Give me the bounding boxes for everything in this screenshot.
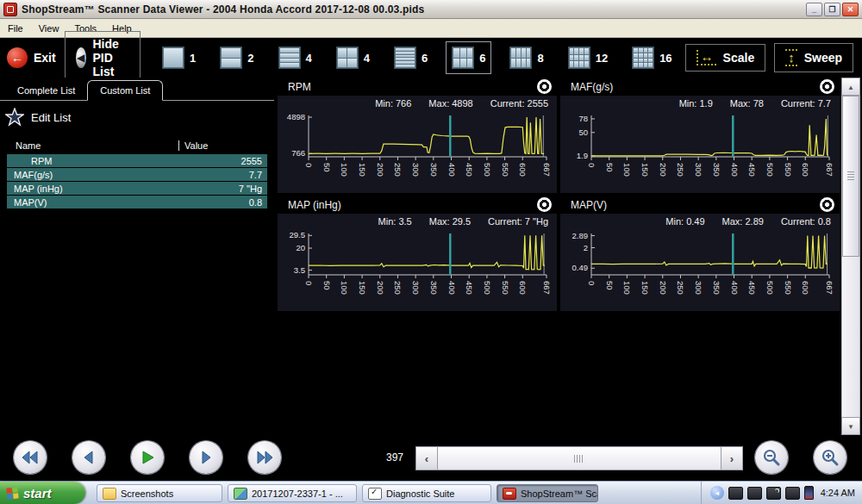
layout-button-16-4x4[interactable]: 16 bbox=[626, 41, 678, 74]
record-toggle-icon[interactable] bbox=[820, 197, 834, 212]
scroll-track[interactable] bbox=[841, 96, 860, 417]
chart-canvas[interactable]: 4898766050100150200250300350400450500550… bbox=[278, 112, 557, 193]
star-icon bbox=[5, 108, 24, 127]
svg-text:4898: 4898 bbox=[287, 112, 305, 121]
layout-button-4-2x2[interactable]: 4 bbox=[330, 41, 376, 74]
svg-text:500: 500 bbox=[483, 281, 492, 295]
zoom-in-button[interactable] bbox=[814, 441, 846, 474]
chart-title: MAP(V) bbox=[571, 199, 607, 211]
layout-button-6-6x1[interactable]: 6 bbox=[388, 41, 434, 74]
chart-stats: Min: 1.9 Max: 78 Current: 7.7 bbox=[560, 96, 840, 109]
layout-button-6-2x3[interactable]: 6 bbox=[446, 41, 491, 74]
svg-text:400: 400 bbox=[730, 281, 740, 295]
chart-title: MAP (inHg) bbox=[288, 199, 341, 211]
layout-button-8-2x4[interactable]: 8 bbox=[503, 41, 549, 74]
svg-text:300: 300 bbox=[694, 281, 703, 295]
svg-text:0.49: 0.49 bbox=[572, 263, 589, 272]
pid-name: RPM bbox=[12, 156, 52, 166]
pid-tab-bar: Complete ListCustom List bbox=[0, 78, 274, 101]
grid-layout-icon bbox=[632, 47, 654, 69]
svg-text:2: 2 bbox=[584, 243, 588, 252]
hide-tray-icons-button[interactable]: ◂ bbox=[710, 486, 724, 500]
layout-button-label: 4 bbox=[306, 52, 312, 65]
svg-text:450: 450 bbox=[465, 163, 474, 177]
svg-text:200: 200 bbox=[659, 163, 668, 177]
step-forward-icon bbox=[197, 449, 215, 466]
chart-min: Min: 766 bbox=[375, 98, 411, 109]
taskbar-button-shopstream-scann[interactable]: ShopStream™ Scann... bbox=[497, 484, 598, 502]
sweep-button[interactable]: ↕ Sweep bbox=[774, 43, 853, 72]
scale-button[interactable]: ↔ Scale bbox=[685, 44, 766, 72]
play-icon bbox=[139, 449, 156, 466]
close-button[interactable]: ✕ bbox=[842, 3, 859, 16]
tab-complete-list[interactable]: Complete List bbox=[5, 81, 87, 100]
edit-list-button[interactable]: Edit List bbox=[0, 101, 274, 134]
menu-item-file[interactable]: File bbox=[0, 21, 31, 36]
screen: ShopStream™ Scanner Data Viewer - 2004 H… bbox=[0, 0, 862, 504]
chart-vertical-scrollbar[interactable]: ▴ ▾ bbox=[841, 78, 860, 435]
exit-button[interactable]: ← Exit bbox=[0, 47, 65, 68]
play-button[interactable] bbox=[131, 441, 164, 474]
skip-to-end-button[interactable] bbox=[248, 441, 281, 474]
chart-canvas[interactable]: 2.8920.490501001502002503003504004505005… bbox=[560, 230, 840, 311]
back-arrow-icon: ◀ bbox=[76, 47, 86, 68]
timeline-left-button[interactable]: ‹ bbox=[415, 446, 438, 470]
input-icon[interactable] bbox=[785, 487, 800, 500]
column-name: Name bbox=[7, 140, 41, 151]
zoom-out-button[interactable] bbox=[755, 441, 788, 474]
timeline-thumb[interactable] bbox=[438, 446, 721, 470]
taskbar-button-screenshots[interactable]: Screenshots bbox=[97, 484, 222, 502]
svg-text:667: 667 bbox=[825, 163, 834, 177]
svg-text:250: 250 bbox=[676, 281, 685, 295]
grid-layout-icon bbox=[452, 47, 474, 69]
step-back-button[interactable] bbox=[72, 441, 105, 474]
svg-text:100: 100 bbox=[340, 163, 349, 177]
battery-icon[interactable] bbox=[804, 486, 814, 500]
scroll-down-button[interactable]: ▾ bbox=[841, 417, 860, 435]
svg-text:2.89: 2.89 bbox=[572, 231, 589, 240]
layout-button-2-2x1[interactable]: 2 bbox=[214, 41, 259, 74]
layout-button-4-4x1[interactable]: 4 bbox=[272, 41, 318, 74]
svg-text:50: 50 bbox=[605, 163, 615, 172]
menu-item-view[interactable]: View bbox=[31, 21, 67, 36]
pid-row-maf-g-s-[interactable]: MAF(g/s)7.7 bbox=[7, 168, 267, 181]
taskbar-button-diagnostic-suite[interactable]: Diagnostic Suite bbox=[362, 484, 491, 502]
network-icon[interactable] bbox=[766, 487, 781, 500]
layout-button-12-3x4[interactable]: 12 bbox=[562, 41, 614, 74]
grid-layout-icon bbox=[162, 47, 184, 69]
layout-button-1-1x1[interactable]: 1 bbox=[156, 41, 202, 74]
step-forward-button[interactable] bbox=[190, 441, 222, 474]
timeline-scrollbar[interactable]: ‹ › bbox=[415, 446, 743, 470]
svg-text:200: 200 bbox=[659, 281, 668, 295]
hide-pid-list-button[interactable]: ◀ Hide PID List bbox=[65, 31, 141, 84]
start-button[interactable]: start bbox=[0, 482, 85, 504]
restore-button[interactable]: ❐ bbox=[824, 3, 840, 16]
svg-text:1.9: 1.9 bbox=[577, 151, 588, 160]
record-toggle-icon[interactable] bbox=[537, 197, 552, 212]
chart-canvas[interactable]: 29.5203.50501001502002503003504004505005… bbox=[278, 230, 557, 311]
pid-row-map-v-[interactable]: MAP(V)0.8 bbox=[7, 196, 267, 208]
scroll-up-button[interactable]: ▴ bbox=[841, 78, 860, 96]
chart-panel-rpm: RPM Min: 766 Max: 4898 Current: 2555 489… bbox=[278, 78, 557, 193]
grid-layout-icon bbox=[394, 47, 416, 69]
zoom-out-icon bbox=[762, 448, 781, 467]
display-icon[interactable] bbox=[747, 487, 762, 500]
chart-panel-map-inhg-: MAP (inHg) Min: 3.5 Max: 29.5 Current: 7… bbox=[278, 196, 557, 311]
tab-custom-list[interactable]: Custom List bbox=[87, 80, 163, 101]
scroll-thumb[interactable] bbox=[842, 96, 859, 257]
pid-row-map-inhg-[interactable]: MAP (inHg)7 "Hg bbox=[7, 182, 267, 195]
pid-row-rpm[interactable]: RPM2555 bbox=[7, 154, 267, 167]
minimize-button[interactable]: _ bbox=[806, 3, 822, 16]
taskbar: start Screenshots20171207-2337-1 - ...Di… bbox=[0, 481, 862, 504]
chart-stats: Min: 766 Max: 4898 Current: 2555 bbox=[278, 96, 557, 109]
svg-text:0: 0 bbox=[304, 163, 314, 167]
svg-text:550: 550 bbox=[784, 281, 793, 295]
chart-canvas[interactable]: 78501.9050100150200250300350400450500550… bbox=[560, 112, 840, 193]
skip-to-start-button[interactable] bbox=[14, 441, 47, 474]
record-toggle-icon[interactable] bbox=[537, 79, 552, 94]
taskbar-button-20171207-2337-1[interactable]: 20171207-2337-1 - ... bbox=[228, 484, 357, 502]
svg-text:150: 150 bbox=[640, 163, 650, 177]
keyboard-icon[interactable] bbox=[728, 487, 743, 500]
timeline-right-button[interactable]: › bbox=[721, 446, 743, 470]
record-toggle-icon[interactable] bbox=[820, 79, 834, 94]
